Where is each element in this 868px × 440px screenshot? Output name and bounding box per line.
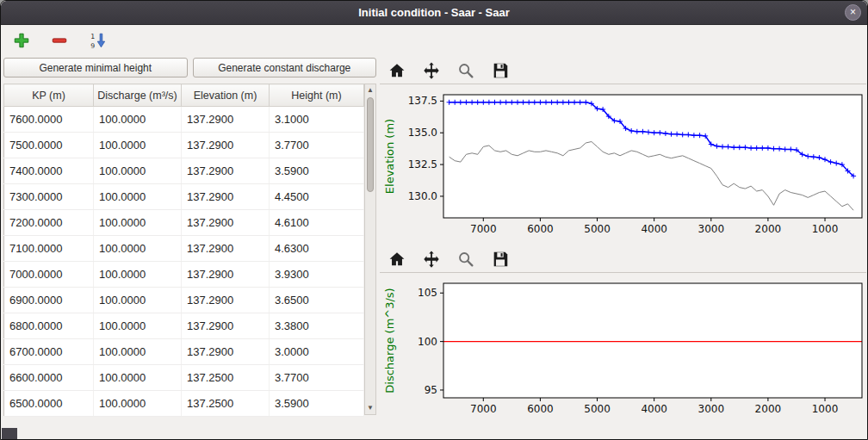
table-cell[interactable]: 137.2900 (182, 184, 270, 210)
sort-icon-bottom-digit: 9 (90, 42, 95, 49)
table-cell[interactable]: 137.2900 (182, 236, 270, 262)
home-icon (388, 61, 406, 80)
table-cell[interactable]: 6900.0000 (4, 288, 94, 313)
table-cell[interactable]: 100.0000 (94, 391, 182, 417)
table-cell[interactable]: 3.5900 (270, 391, 364, 417)
x-tick-label: 7000 (470, 223, 497, 235)
sort-icon-top-digit: 1 (90, 33, 95, 40)
table-row: 7500.0000100.0000137.29003.7700 (4, 133, 364, 158)
table-cell[interactable]: 100.0000 (94, 288, 182, 313)
titlebar[interactable]: Initial condition - Saar - Saar × (1, 1, 867, 25)
x-tick-label: 2000 (755, 223, 782, 235)
table-cell[interactable]: 6700.0000 (4, 339, 94, 365)
y-tick-label: 132.5 (408, 158, 437, 170)
table-cell[interactable]: 100.0000 (94, 236, 182, 262)
table-cell[interactable]: 7300.0000 (4, 184, 94, 210)
y-tick-label: 137.5 (408, 95, 437, 107)
zoom-icon (456, 61, 475, 80)
save-icon (491, 61, 510, 80)
table-cell[interactable]: 100.0000 (94, 133, 182, 158)
table-cell[interactable]: 3.7700 (270, 365, 364, 391)
table-cell[interactable]: 137.2900 (182, 262, 270, 288)
table-cell[interactable]: 4.6100 (270, 210, 364, 236)
table-cell[interactable]: 100.0000 (94, 365, 182, 391)
table-cell[interactable]: 100.0000 (94, 158, 182, 184)
table-cell[interactable]: 137.2900 (182, 288, 270, 313)
y-axis-label: Discharge (m^3/s) (383, 288, 396, 393)
table-cell[interactable]: 6600.0000 (4, 365, 94, 391)
y-tick-label: 100 (418, 336, 437, 348)
zoom-button[interactable] (456, 249, 476, 270)
pan-button[interactable] (421, 60, 442, 81)
discharge-plot-canvas[interactable]: 700060005000400030002000100095100105Disc… (380, 276, 866, 421)
table-cell[interactable]: 7200.0000 (4, 210, 94, 236)
table-cell[interactable]: 100.0000 (94, 262, 182, 288)
table-cell[interactable]: 4.4500 (270, 184, 364, 210)
table-cell[interactable]: 7600.0000 (4, 107, 94, 133)
table-scrollbar[interactable]: ▲ ▼ (364, 84, 376, 415)
table-row: 6600.0000100.0000137.25003.7700 (4, 365, 364, 391)
table-row: 7200.0000100.0000137.29004.6100 (4, 210, 364, 236)
table-cell[interactable]: 3.3800 (270, 313, 364, 339)
table-cell[interactable]: 100.0000 (94, 339, 182, 365)
scroll-down-arrow-icon[interactable]: ▼ (365, 402, 375, 414)
table-column-header[interactable]: Discharge (m³/s) (94, 84, 182, 107)
table-column-header[interactable]: Elevation (m) (182, 84, 270, 107)
initial-condition-table: KP (m)Discharge (m³/s)Elevation (m)Heigh… (3, 84, 364, 417)
x-tick-label: 1000 (812, 223, 839, 235)
add-row-button[interactable] (11, 30, 32, 51)
table-cell[interactable]: 100.0000 (94, 210, 182, 236)
table-cell[interactable]: 100.0000 (94, 184, 182, 210)
save-button[interactable] (490, 60, 511, 81)
table-cell[interactable]: 3.9300 (270, 262, 364, 288)
table-row: 7400.0000100.0000137.29003.5900 (4, 158, 364, 184)
initial-condition-table-panel: Generate minimal height Generate constan… (3, 58, 376, 418)
table-header-row: KP (m)Discharge (m³/s)Elevation (m)Heigh… (4, 84, 364, 107)
table-cell[interactable]: 137.2900 (182, 313, 270, 339)
table-cell[interactable]: 137.2500 (182, 391, 270, 417)
table-cell[interactable]: 7100.0000 (4, 236, 94, 262)
sort-rows-button[interactable]: 1 9 (87, 30, 108, 51)
table-row: 6900.0000100.0000137.29003.6500 (4, 288, 364, 313)
table-cell[interactable]: 7400.0000 (4, 158, 94, 184)
table-cell[interactable]: 137.2900 (182, 133, 270, 158)
x-tick-label: 7000 (470, 403, 497, 415)
elevation-plot-canvas[interactable]: 7000600050004000300020001000130.0132.513… (380, 88, 866, 241)
table-cell[interactable]: 137.2900 (182, 107, 270, 133)
table-cell[interactable]: 100.0000 (94, 107, 182, 133)
scroll-up-arrow-icon[interactable]: ▲ (365, 84, 375, 96)
table-cell[interactable]: 3.6500 (270, 288, 364, 313)
table-cell[interactable]: 3.5900 (270, 158, 364, 184)
table-cell[interactable]: 3.0000 (270, 339, 364, 365)
x-tick-label: 5000 (584, 403, 611, 415)
table-cell[interactable]: 137.2900 (182, 158, 270, 184)
table-row: 7300.0000100.0000137.29004.4500 (4, 184, 364, 210)
scrollbar-trough[interactable] (365, 96, 375, 402)
generate-constant-discharge-button[interactable]: Generate constant discharge (193, 58, 377, 77)
zoom-button[interactable] (456, 60, 476, 81)
table-cell[interactable]: 6800.0000 (4, 313, 94, 339)
table-column-header[interactable]: KP (m) (4, 84, 94, 107)
table-cell[interactable]: 7500.0000 (4, 133, 94, 158)
table-cell[interactable]: 3.1000 (270, 107, 364, 133)
table-cell[interactable]: 137.2900 (182, 339, 270, 365)
resize-grip[interactable] (2, 428, 17, 439)
table-cell[interactable]: 137.2500 (182, 365, 270, 391)
x-tick-label: 4000 (641, 403, 667, 415)
remove-row-button[interactable] (49, 30, 70, 51)
home-button[interactable] (387, 249, 407, 270)
table-cell[interactable]: 100.0000 (94, 313, 182, 339)
close-button[interactable]: × (845, 4, 861, 21)
table-column-header[interactable]: Height (m) (270, 84, 364, 107)
table-cell[interactable]: 4.6300 (270, 236, 364, 262)
scrollbar-thumb[interactable] (367, 97, 374, 192)
table-cell[interactable]: 3.7700 (270, 133, 364, 158)
save-button[interactable] (490, 249, 511, 270)
home-button[interactable] (387, 60, 407, 81)
table-cell[interactable]: 137.2900 (182, 210, 270, 236)
generate-minimal-height-button[interactable]: Generate minimal height (3, 58, 188, 77)
pan-button[interactable] (421, 249, 442, 270)
table-cell[interactable]: 7000.0000 (4, 262, 94, 288)
table-cell[interactable]: 6500.0000 (4, 391, 94, 417)
y-tick-label: 95 (425, 384, 437, 396)
